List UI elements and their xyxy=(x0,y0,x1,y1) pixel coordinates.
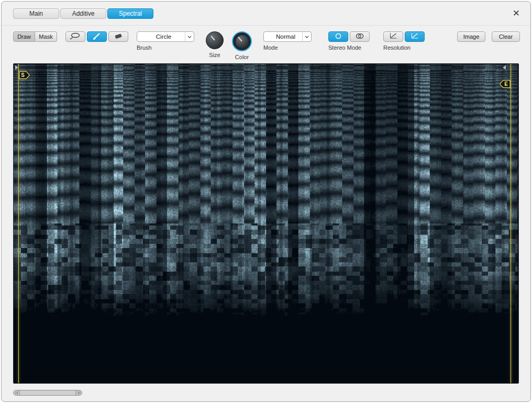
resolution-caption: Resolution xyxy=(383,44,425,51)
tab-main[interactable]: Main xyxy=(13,8,59,19)
end-marker-line[interactable] xyxy=(511,64,511,383)
mode-caption: Mode xyxy=(263,44,312,51)
toolbar: Draw Mask xyxy=(2,26,530,59)
header: Main Additive Spectral ✕ xyxy=(2,2,530,26)
mono-circle-icon xyxy=(335,32,342,41)
stereo-mode-control: Stereo Mode xyxy=(328,31,370,51)
scrollbar-right-grip[interactable] xyxy=(75,390,82,395)
color-knob-ring xyxy=(232,31,252,51)
tool-group xyxy=(65,31,128,42)
resolution-control: Resolution xyxy=(383,31,425,51)
trim-handle-right-icon[interactable] xyxy=(503,65,506,70)
resolution-low-button[interactable] xyxy=(383,31,403,42)
scrollbar-left-grip[interactable] xyxy=(14,390,20,395)
tab-bar: Main Additive Spectral xyxy=(13,8,153,19)
end-marker-label: E xyxy=(504,81,508,87)
resolution-chart-icon xyxy=(389,32,397,41)
spectrogram-editor: S E xyxy=(13,63,519,384)
brush-icon xyxy=(93,32,101,41)
footer xyxy=(2,384,530,401)
brush-shape-select[interactable]: Circle xyxy=(137,31,194,42)
start-marker-label: S xyxy=(21,72,25,78)
spectrogram-canvas[interactable] xyxy=(14,64,518,383)
image-button[interactable]: Image xyxy=(457,31,485,42)
size-knob[interactable] xyxy=(206,31,224,49)
end-marker-flag[interactable]: E xyxy=(498,80,511,88)
resolution-chart-icon xyxy=(411,32,419,41)
color-caption: Color xyxy=(235,54,249,60)
mask-button[interactable]: Mask xyxy=(35,31,57,42)
draw-button[interactable]: Draw xyxy=(13,31,35,42)
draw-mask-group: Draw Mask xyxy=(13,31,57,42)
color-control: Color xyxy=(232,31,252,60)
tab-spectral[interactable]: Spectral xyxy=(107,8,153,19)
stereo-circles-icon xyxy=(355,32,364,41)
eraser-tool-button[interactable] xyxy=(108,31,128,42)
lasso-tool-button[interactable] xyxy=(65,31,85,42)
resolution-high-button[interactable] xyxy=(405,31,425,42)
mode-select[interactable]: Normal xyxy=(263,31,312,42)
eraser-icon xyxy=(114,32,123,41)
brush-tool-button[interactable] xyxy=(87,31,107,42)
size-caption: Size xyxy=(209,52,220,58)
stereo-mode-caption: Stereo Mode xyxy=(328,44,370,51)
trim-strip xyxy=(14,64,518,70)
start-marker-flag[interactable]: S xyxy=(19,71,31,80)
zoom-scrollbar[interactable] xyxy=(13,390,82,396)
color-knob[interactable] xyxy=(235,35,249,49)
stereo-dual-button[interactable] xyxy=(350,31,370,42)
stereo-mono-button[interactable] xyxy=(328,31,348,42)
chevron-down-icon xyxy=(185,32,194,41)
close-icon[interactable]: ✕ xyxy=(511,8,522,19)
tab-additive[interactable]: Additive xyxy=(60,8,106,19)
brush-caption: Brush xyxy=(137,44,194,51)
spectral-editor-window: Main Additive Spectral ✕ Draw Mask xyxy=(1,1,531,402)
chevron-down-icon xyxy=(302,32,311,41)
lasso-icon xyxy=(70,32,81,41)
brush-shape-value: Circle xyxy=(137,33,185,40)
size-control: Size xyxy=(206,31,224,58)
clear-button[interactable]: Clear xyxy=(492,31,520,42)
start-marker-line[interactable] xyxy=(18,64,19,383)
mode-value: Normal xyxy=(264,33,302,40)
brush-shape-control: Circle Brush xyxy=(137,31,194,51)
mode-control: Normal Mode xyxy=(263,31,312,51)
